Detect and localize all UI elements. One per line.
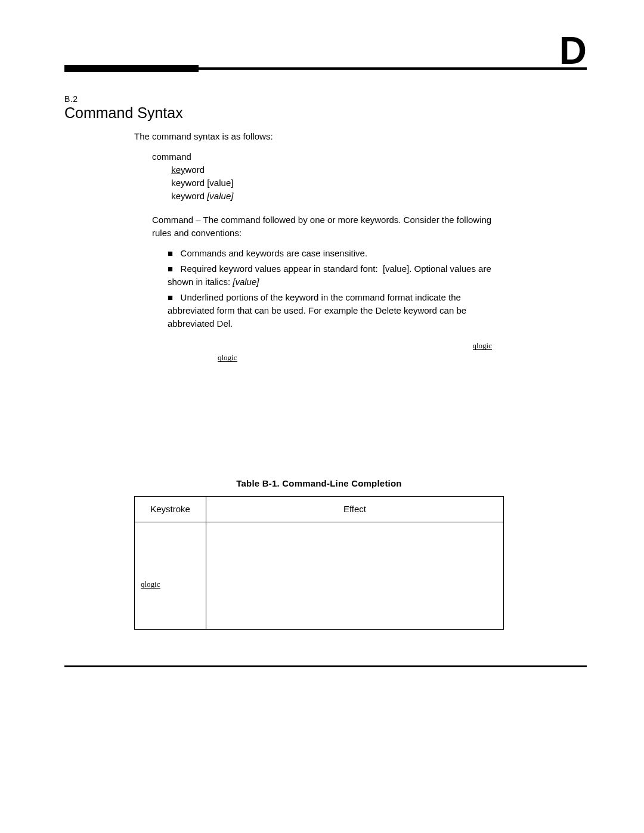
syntax-keyword2: keyword <box>171 178 207 188</box>
syntax-keyword3: keyword <box>171 191 207 201</box>
bullet-glyph: ■ <box>168 248 178 258</box>
th-keystroke: Keystroke <box>135 497 206 522</box>
table-row: qlogic Tab Completes the command line. E… <box>135 522 504 630</box>
keystroke-para: qlogic qlogic The command-line completio… <box>134 339 504 389</box>
bullet-text-0: Commands and keywords are case insensiti… <box>181 248 367 258</box>
section-title: Command Syntax <box>64 104 183 122</box>
syntax-command-token: command <box>152 151 194 162</box>
section-number: B.2 <box>64 94 78 104</box>
table-caption: Table B-1. Command-Line Completion <box>134 477 504 490</box>
cell-effect: Completes the command line. Enter at lea… <box>206 522 504 630</box>
header-rule-thick <box>64 65 199 72</box>
command-explain: Command – The command followed by one or… <box>152 213 504 240</box>
bullet-text-2: Underlined portions of the keyword in th… <box>168 292 466 329</box>
bullet-text-1: Required keyword values appear in standa… <box>181 264 380 274</box>
bullet-list: ■ Commands and keywords are case insensi… <box>168 247 504 330</box>
syntax-value-italic: [value] <box>207 191 233 201</box>
body-column: The command syntax is as follows: comman… <box>134 130 504 630</box>
cell-keystroke: qlogic Tab <box>135 522 206 630</box>
header-rule <box>64 65 587 73</box>
header-rule-thin <box>199 67 587 70</box>
list-item: ■ Commands and keywords are case insensi… <box>168 247 504 260</box>
list-item: ■ Required keyword values appear in stan… <box>168 262 504 289</box>
intro-line: The command syntax is as follows: <box>134 130 504 143</box>
th-effect: Effect <box>206 497 504 522</box>
command-rest: – The command followed by one or more ke… <box>152 215 491 238</box>
inline-logo-icon: qlogic <box>141 581 160 589</box>
footer-rule <box>64 665 587 667</box>
inline-logo-icon: qlogic <box>473 342 493 350</box>
syntax-value-token: [value] <box>207 178 233 188</box>
syntax-block: command keyword keyword [value] keyword … <box>152 150 504 203</box>
bullet-glyph: ■ <box>168 264 178 274</box>
inline-logo-icon: qlogic <box>218 354 237 362</box>
table-header-row: Keystroke Effect <box>135 497 504 522</box>
completion-table: Keystroke Effect qlogic Tab Completes th… <box>134 496 504 630</box>
command-bold: Command <box>152 215 193 225</box>
syntax-keyword-token: key <box>171 165 185 175</box>
bullet-glyph: ■ <box>168 292 178 302</box>
bullet-text-1-tail: [value]. <box>383 264 411 274</box>
list-item: ■ Underlined portions of the keyword in … <box>168 291 504 330</box>
bullet-text-1-italic: [value] <box>233 277 259 287</box>
